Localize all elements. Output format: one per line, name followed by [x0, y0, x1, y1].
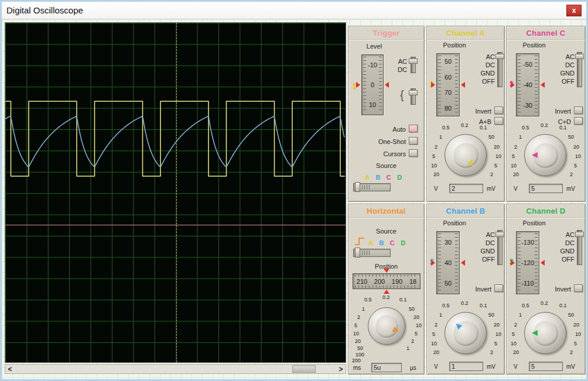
channel-d-panel: Channel D Position ↕ -130 -120 -110 AC D… — [506, 204, 586, 375]
knob-scale-label: 2 — [514, 144, 517, 150]
knob-scale-label: 2 — [357, 314, 360, 320]
unit-us-label: µs — [410, 365, 416, 371]
slider-handle[interactable] — [355, 182, 360, 192]
level-value: -10 — [368, 61, 377, 68]
channel-c-coupling-slider[interactable] — [577, 52, 582, 87]
knob-scale-label: 1 — [406, 345, 409, 351]
knob-scale-label: 0.2 — [461, 122, 469, 128]
channel-a-coupling-slider[interactable] — [497, 52, 502, 87]
knob-scale-label: 50 — [357, 345, 363, 351]
horizontal-scrollbar[interactable]: < > — [5, 364, 346, 374]
one-shot-button[interactable] — [409, 137, 418, 145]
position-value: -110 — [521, 280, 534, 287]
channel-a-position-display[interactable]: 50 60 70 80 — [436, 53, 460, 116]
knob-scale-label: 0.2 — [461, 300, 469, 306]
horizontal-title: Horizontal — [348, 204, 424, 218]
channel-d-gain-knob[interactable] — [524, 312, 566, 354]
title-bar[interactable]: Digital Oscilloscope x — [2, 2, 586, 19]
channel-d-coupling-slider[interactable] — [577, 230, 582, 265]
position-value: 50 — [445, 58, 452, 65]
trigger-source-slider[interactable] — [353, 183, 391, 191]
switch-handle[interactable] — [495, 54, 504, 59]
trigger-cursor-line[interactable] — [176, 23, 177, 362]
channel-d-position-display[interactable]: -130 -120 -110 — [516, 231, 539, 294]
position-value: -50 — [523, 61, 532, 68]
knob-scale-label: 2 — [435, 322, 437, 328]
position-value: 80 — [445, 105, 452, 112]
auto-button[interactable] — [409, 125, 418, 132]
channel-b-position-display[interactable]: 30 40 50 — [436, 231, 460, 294]
knob-scale-label: 50 — [568, 312, 574, 318]
timebase-knob-area: 0.5 0.2 0.1 50 20 10 5 2 1 1 2 5 10 20 5… — [350, 292, 423, 375]
channel-a-panel: Channel A Position ↕ 50 60 70 80 AC DC G… — [426, 26, 505, 202]
trigger-edge-switch[interactable] — [411, 88, 416, 105]
trigger-coupling-labels: AC DC — [385, 58, 407, 74]
switch-handle[interactable] — [409, 90, 418, 95]
level-value: 10 — [369, 101, 376, 108]
knob-scale-label: 1 — [362, 306, 365, 312]
switch-handle[interactable] — [575, 54, 584, 59]
knob-scale-label: 5 — [432, 153, 435, 159]
unit-volts-label: V — [434, 363, 438, 370]
unit-mv-label: mV — [487, 363, 495, 370]
knob-scale-label: 50 — [409, 306, 415, 312]
position-value: 70 — [445, 89, 452, 96]
position-value: -40 — [523, 81, 532, 88]
oscilloscope-window: Digital Oscilloscope x < > Trigger Level… — [0, 0, 588, 381]
coupling-labels: AC DC GND OFF — [461, 53, 495, 86]
channel-b-coupling-slider[interactable] — [497, 230, 502, 265]
waveform-plot — [5, 23, 346, 363]
slider-handle[interactable] — [355, 248, 360, 258]
channel-b-gain-knob[interactable] — [445, 312, 487, 354]
knob-scale-label: 5 — [432, 331, 435, 337]
knob-scale-label: 50 — [488, 134, 494, 140]
knob-scale-label: 20 — [413, 314, 419, 320]
gnd-label: GND — [461, 70, 495, 78]
trigger-coupling-switch[interactable] — [411, 57, 416, 73]
window-title: Digital Oscilloscope — [6, 5, 83, 15]
horizontal-source-slider[interactable] — [353, 249, 391, 257]
knob-scale-label: 0.1 — [399, 297, 407, 303]
scroll-right-arrow-icon[interactable]: > — [336, 365, 346, 373]
source-b-label: B — [375, 174, 380, 181]
channel-a-title: Channel A — [427, 26, 504, 40]
channel-c-position-display[interactable]: -50 -40 -30 — [516, 53, 539, 116]
scrollbar-track[interactable] — [15, 365, 336, 373]
rising-edge-icon — [354, 237, 365, 248]
switch-handle[interactable] — [409, 59, 418, 64]
horizontal-panel: Horizontal Source A B C D Position 210 2… — [348, 204, 425, 375]
gnd-label: GND — [461, 248, 495, 256]
cursors-label: Cursors — [360, 150, 406, 157]
cursors-button[interactable] — [409, 149, 418, 157]
trigger-title: Trigger — [348, 26, 424, 40]
switch-handle[interactable] — [495, 232, 504, 237]
timebase-knob[interactable] — [368, 307, 405, 345]
knob-scale-label: 0.5 — [442, 303, 450, 308]
close-button[interactable]: x — [566, 5, 582, 16]
channel-b-title: Channel B — [427, 204, 504, 218]
channel-c-gain-knob[interactable] — [524, 134, 566, 176]
scroll-left-arrow-icon[interactable]: < — [5, 365, 15, 373]
channel-a-gain-knob[interactable] — [445, 134, 487, 176]
position-value: -130 — [521, 239, 534, 246]
scrollbar-thumb[interactable] — [292, 365, 316, 373]
horizontal-position-display[interactable]: 210 200 190 18 — [353, 273, 421, 289]
knob-scale-label: 5 — [512, 153, 515, 159]
knob-scale-label: 0.1 — [559, 303, 567, 308]
knob-scale-label: 20 — [433, 349, 439, 355]
channel-a-waveform — [5, 101, 345, 176]
trigger-level-display[interactable]: -10 0 10 — [361, 54, 384, 115]
switch-handle[interactable] — [575, 232, 584, 237]
knob-scale-label: 2 — [514, 322, 517, 328]
position-value: 30 — [445, 239, 452, 246]
knob-scale-label: 5 — [574, 163, 577, 169]
level-value: 0 — [371, 81, 374, 88]
channel-d-invert-button[interactable] — [574, 284, 583, 292]
source-c-label: C — [387, 174, 391, 181]
channel-c-invert-button[interactable] — [574, 107, 583, 114]
ac-label: AC — [461, 53, 495, 61]
channel-a-invert-button[interactable] — [494, 107, 503, 114]
channel-b-invert-button[interactable] — [494, 284, 503, 292]
knob-scale-label: 0.2 — [541, 300, 548, 306]
unit-mv-label: mV — [566, 363, 575, 370]
